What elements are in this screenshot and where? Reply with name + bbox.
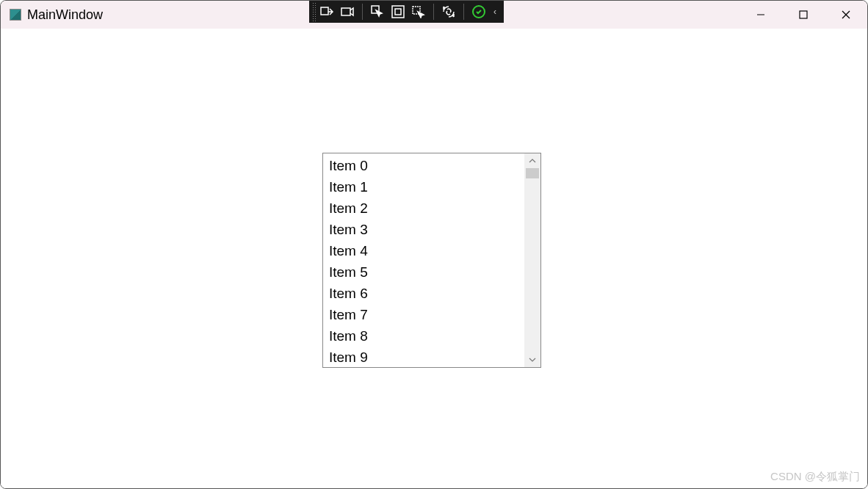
- collapse-chevron-icon[interactable]: ‹: [489, 7, 501, 17]
- separator: [362, 4, 363, 20]
- separator: [463, 4, 464, 20]
- titlebar[interactable]: MainWindow: [1, 1, 867, 29]
- svg-rect-0: [321, 7, 328, 15]
- watermark: CSDN @令狐掌门: [770, 470, 860, 484]
- app-icon: [10, 9, 21, 21]
- separator: [433, 4, 434, 20]
- listbox-items: Item 0 Item 1 Item 2 Item 3 Item 4 Item …: [323, 153, 524, 367]
- live-visual-tree-icon[interactable]: [317, 4, 337, 20]
- list-item[interactable]: Item 3: [329, 219, 518, 240]
- list-item[interactable]: Item 1: [329, 176, 518, 198]
- list-item[interactable]: Item 5: [329, 261, 518, 283]
- track-focus-icon[interactable]: [408, 4, 429, 20]
- select-element-icon[interactable]: [367, 4, 388, 20]
- maximize-button[interactable]: [782, 1, 825, 29]
- window-controls: [739, 1, 867, 29]
- scroll-down-button[interactable]: [524, 352, 540, 367]
- record-icon[interactable]: [337, 4, 358, 20]
- list-item[interactable]: Item 7: [329, 304, 518, 325]
- main-window: MainWindow: [0, 0, 868, 489]
- svg-rect-4: [395, 9, 401, 15]
- close-button[interactable]: [825, 1, 867, 29]
- minimize-button[interactable]: [739, 1, 782, 29]
- list-item[interactable]: Item 4: [329, 240, 518, 261]
- layout-adorners-icon[interactable]: [388, 4, 408, 20]
- list-item[interactable]: Item 9: [329, 347, 518, 367]
- svg-rect-7: [800, 11, 807, 18]
- svg-rect-1: [341, 8, 350, 15]
- window-title: MainWindow: [27, 7, 103, 23]
- list-item[interactable]: Item 6: [329, 283, 518, 304]
- listbox[interactable]: Item 0 Item 1 Item 2 Item 3 Item 4 Item …: [322, 153, 541, 368]
- list-item[interactable]: Item 2: [329, 198, 518, 219]
- list-item[interactable]: Item 8: [329, 325, 518, 347]
- list-item[interactable]: Item 0: [329, 155, 518, 176]
- hot-reload-icon[interactable]: [438, 4, 459, 20]
- svg-rect-3: [392, 6, 404, 18]
- status-ok-icon: [469, 4, 489, 20]
- content-area: Item 0 Item 1 Item 2 Item 3 Item 4 Item …: [1, 29, 867, 488]
- vertical-scrollbar[interactable]: [524, 153, 540, 367]
- scroll-thumb[interactable]: [526, 168, 539, 178]
- debug-toolbar: ‹: [309, 1, 504, 23]
- scroll-up-button[interactable]: [524, 153, 540, 168]
